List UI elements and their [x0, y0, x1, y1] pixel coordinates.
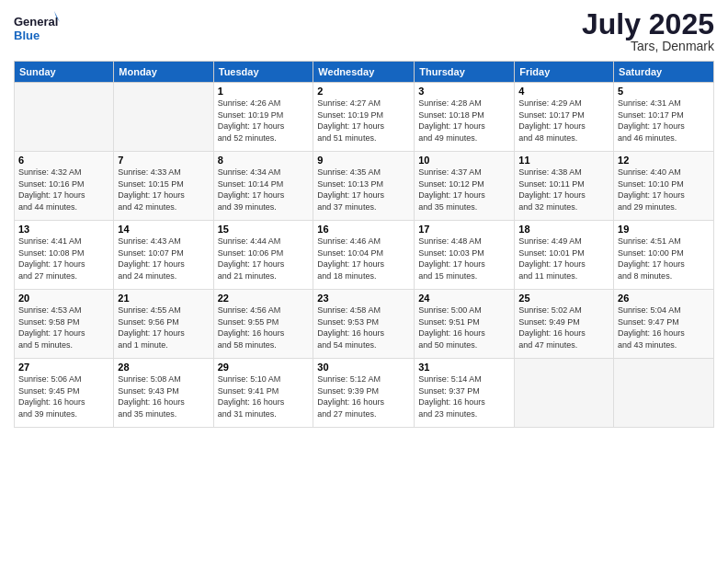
day-cell	[15, 83, 114, 152]
day-cell: 10Sunrise: 4:37 AM Sunset: 10:12 PM Dayl…	[415, 152, 515, 221]
day-cell: 5Sunrise: 4:31 AM Sunset: 10:17 PM Dayli…	[614, 83, 714, 152]
day-cell: 19Sunrise: 4:51 AM Sunset: 10:00 PM Dayl…	[614, 221, 714, 290]
day-cell: 12Sunrise: 4:40 AM Sunset: 10:10 PM Dayl…	[614, 152, 714, 221]
day-info: Sunrise: 4:32 AM Sunset: 10:16 PM Daylig…	[18, 167, 109, 213]
day-cell: 13Sunrise: 4:41 AM Sunset: 10:08 PM Dayl…	[15, 221, 114, 290]
day-cell: 9Sunrise: 4:35 AM Sunset: 10:13 PM Dayli…	[313, 152, 415, 221]
day-cell: 21Sunrise: 4:55 AM Sunset: 9:56 PM Dayli…	[114, 290, 213, 359]
day-info: Sunrise: 4:38 AM Sunset: 10:11 PM Daylig…	[518, 167, 609, 213]
col-tuesday: Tuesday	[213, 62, 313, 83]
day-cell: 6Sunrise: 4:32 AM Sunset: 10:16 PM Dayli…	[15, 152, 114, 221]
day-number: 3	[418, 86, 510, 97]
day-info: Sunrise: 4:58 AM Sunset: 9:53 PM Dayligh…	[317, 304, 410, 350]
day-cell: 15Sunrise: 4:44 AM Sunset: 10:06 PM Dayl…	[213, 221, 313, 290]
day-number: 11	[518, 155, 609, 166]
title-area: July 2025 Tars, Denmark	[582, 9, 714, 53]
day-info: Sunrise: 5:04 AM Sunset: 9:47 PM Dayligh…	[618, 304, 710, 350]
day-cell: 8Sunrise: 4:34 AM Sunset: 10:14 PM Dayli…	[213, 152, 313, 221]
day-cell: 27Sunrise: 5:06 AM Sunset: 9:45 PM Dayli…	[15, 359, 114, 428]
week-row-2: 13Sunrise: 4:41 AM Sunset: 10:08 PM Dayl…	[15, 221, 714, 290]
day-cell: 3Sunrise: 4:28 AM Sunset: 10:18 PM Dayli…	[415, 83, 515, 152]
day-number: 14	[118, 224, 209, 235]
day-cell: 20Sunrise: 4:53 AM Sunset: 9:58 PM Dayli…	[15, 290, 114, 359]
day-number: 9	[317, 155, 410, 166]
calendar-table: Sunday Monday Tuesday Wednesday Thursday…	[14, 61, 714, 428]
day-cell: 29Sunrise: 5:10 AM Sunset: 9:41 PM Dayli…	[213, 359, 313, 428]
day-cell: 7Sunrise: 4:33 AM Sunset: 10:15 PM Dayli…	[114, 152, 213, 221]
day-number: 21	[118, 293, 209, 304]
day-info: Sunrise: 4:44 AM Sunset: 10:06 PM Daylig…	[218, 236, 310, 282]
day-cell: 25Sunrise: 5:02 AM Sunset: 9:49 PM Dayli…	[515, 290, 614, 359]
day-info: Sunrise: 4:37 AM Sunset: 10:12 PM Daylig…	[418, 167, 510, 213]
week-row-0: 1Sunrise: 4:26 AM Sunset: 10:19 PM Dayli…	[15, 83, 714, 152]
day-info: Sunrise: 5:10 AM Sunset: 9:41 PM Dayligh…	[218, 373, 310, 419]
day-cell: 18Sunrise: 4:49 AM Sunset: 10:01 PM Dayl…	[515, 221, 614, 290]
day-number: 10	[418, 155, 510, 166]
day-number: 4	[518, 86, 609, 97]
day-info: Sunrise: 4:51 AM Sunset: 10:00 PM Daylig…	[618, 236, 710, 282]
day-number: 20	[18, 293, 109, 304]
header-row: Sunday Monday Tuesday Wednesday Thursday…	[15, 62, 714, 83]
day-info: Sunrise: 4:49 AM Sunset: 10:01 PM Daylig…	[518, 236, 609, 282]
day-info: Sunrise: 4:31 AM Sunset: 10:17 PM Daylig…	[618, 98, 710, 144]
day-number: 2	[317, 86, 410, 97]
day-info: Sunrise: 4:41 AM Sunset: 10:08 PM Daylig…	[18, 236, 109, 282]
day-info: Sunrise: 4:28 AM Sunset: 10:18 PM Daylig…	[418, 98, 510, 144]
day-cell: 22Sunrise: 4:56 AM Sunset: 9:55 PM Dayli…	[213, 290, 313, 359]
day-info: Sunrise: 4:35 AM Sunset: 10:13 PM Daylig…	[317, 167, 410, 213]
day-number: 24	[418, 293, 510, 304]
day-cell: 28Sunrise: 5:08 AM Sunset: 9:43 PM Dayli…	[114, 359, 213, 428]
day-number: 19	[618, 224, 710, 235]
day-number: 6	[18, 155, 109, 166]
logo-svg: General Blue	[14, 9, 60, 46]
day-cell: 30Sunrise: 5:12 AM Sunset: 9:39 PM Dayli…	[313, 359, 415, 428]
day-number: 23	[317, 293, 410, 304]
col-friday: Friday	[515, 62, 614, 83]
day-info: Sunrise: 5:08 AM Sunset: 9:43 PM Dayligh…	[118, 373, 209, 419]
page: General Blue July 2025 Tars, Denmark Sun…	[0, 0, 728, 563]
day-number: 18	[518, 224, 609, 235]
day-number: 27	[18, 362, 109, 373]
day-info: Sunrise: 4:48 AM Sunset: 10:03 PM Daylig…	[418, 236, 510, 282]
day-info: Sunrise: 5:14 AM Sunset: 9:37 PM Dayligh…	[418, 373, 510, 419]
day-cell: 31Sunrise: 5:14 AM Sunset: 9:37 PM Dayli…	[415, 359, 515, 428]
col-sunday: Sunday	[15, 62, 114, 83]
calendar-body: 1Sunrise: 4:26 AM Sunset: 10:19 PM Dayli…	[15, 83, 714, 428]
day-number: 29	[218, 362, 310, 373]
day-number: 8	[218, 155, 310, 166]
day-info: Sunrise: 4:27 AM Sunset: 10:19 PM Daylig…	[317, 98, 410, 144]
day-info: Sunrise: 4:34 AM Sunset: 10:14 PM Daylig…	[218, 167, 310, 213]
day-cell: 11Sunrise: 4:38 AM Sunset: 10:11 PM Dayl…	[515, 152, 614, 221]
day-number: 5	[618, 86, 710, 97]
day-number: 31	[418, 362, 510, 373]
week-row-3: 20Sunrise: 4:53 AM Sunset: 9:58 PM Dayli…	[15, 290, 714, 359]
month-title: July 2025	[582, 9, 714, 39]
day-number: 7	[118, 155, 209, 166]
day-cell: 14Sunrise: 4:43 AM Sunset: 10:07 PM Dayl…	[114, 221, 213, 290]
day-number: 12	[618, 155, 710, 166]
col-monday: Monday	[114, 62, 213, 83]
logo: General Blue	[14, 9, 60, 46]
day-info: Sunrise: 4:40 AM Sunset: 10:10 PM Daylig…	[618, 167, 710, 213]
day-cell: 23Sunrise: 4:58 AM Sunset: 9:53 PM Dayli…	[313, 290, 415, 359]
day-info: Sunrise: 5:00 AM Sunset: 9:51 PM Dayligh…	[418, 304, 510, 350]
day-number: 16	[317, 224, 410, 235]
day-info: Sunrise: 4:53 AM Sunset: 9:58 PM Dayligh…	[18, 304, 109, 350]
day-info: Sunrise: 4:29 AM Sunset: 10:17 PM Daylig…	[518, 98, 609, 144]
week-row-4: 27Sunrise: 5:06 AM Sunset: 9:45 PM Dayli…	[15, 359, 714, 428]
day-cell	[614, 359, 714, 428]
day-number: 1	[218, 86, 310, 97]
day-info: Sunrise: 5:06 AM Sunset: 9:45 PM Dayligh…	[18, 373, 109, 419]
day-info: Sunrise: 4:55 AM Sunset: 9:56 PM Dayligh…	[118, 304, 209, 350]
col-wednesday: Wednesday	[313, 62, 415, 83]
svg-text:Blue: Blue	[14, 29, 40, 42]
header: General Blue July 2025 Tars, Denmark	[14, 9, 714, 53]
day-cell: 16Sunrise: 4:46 AM Sunset: 10:04 PM Dayl…	[313, 221, 415, 290]
day-cell: 17Sunrise: 4:48 AM Sunset: 10:03 PM Dayl…	[415, 221, 515, 290]
subtitle: Tars, Denmark	[582, 39, 714, 53]
day-cell: 1Sunrise: 4:26 AM Sunset: 10:19 PM Dayli…	[213, 83, 313, 152]
col-thursday: Thursday	[415, 62, 515, 83]
col-saturday: Saturday	[614, 62, 714, 83]
day-number: 13	[18, 224, 109, 235]
day-cell: 24Sunrise: 5:00 AM Sunset: 9:51 PM Dayli…	[415, 290, 515, 359]
